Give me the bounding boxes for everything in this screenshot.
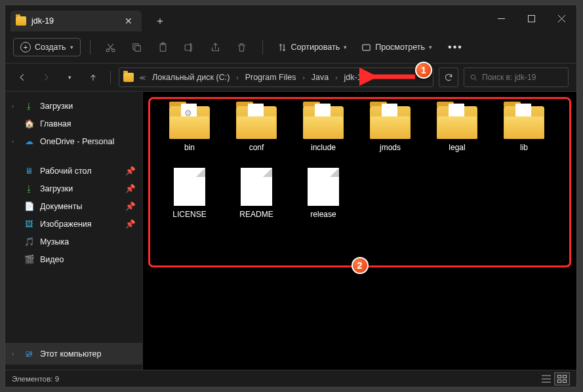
folder-item[interactable]: conf xyxy=(227,106,286,152)
copy-button[interactable] xyxy=(126,36,148,58)
sidebar-item-home[interactable]: 🏠Главная xyxy=(5,115,142,132)
chevron-right-icon: › xyxy=(12,103,14,109)
chevron-icon: ≪ xyxy=(136,74,148,81)
item-label: legal xyxy=(449,143,465,152)
chevron-down-icon: ▾ xyxy=(70,44,73,50)
sidebar-label: OneDrive - Personal xyxy=(40,137,114,146)
download-icon: ⭳ xyxy=(24,183,35,194)
folder-icon xyxy=(303,106,344,139)
status-count: 9 xyxy=(55,375,59,383)
file-item[interactable]: README xyxy=(227,168,286,219)
sidebar-item-downloads[interactable]: ›⭳Загрузки xyxy=(5,97,142,115)
sidebar-label: Видео xyxy=(40,255,64,264)
folder-item[interactable]: bin xyxy=(160,106,219,152)
items-grid: binconfincludejmodslegallibLICENSEREADME… xyxy=(151,100,569,225)
file-item[interactable]: LICENSE xyxy=(160,168,219,219)
chevron-right-icon: › xyxy=(12,138,14,145)
item-label: bin xyxy=(184,143,195,152)
sidebar-item-documents[interactable]: 📄Документы📌 xyxy=(5,197,142,215)
sort-button[interactable]: Сортировать ▾ xyxy=(272,39,353,56)
share-button[interactable] xyxy=(205,36,227,58)
svg-point-8 xyxy=(471,75,475,79)
up-button[interactable] xyxy=(84,68,102,87)
rename-button[interactable] xyxy=(178,36,201,58)
document-icon: 📄 xyxy=(24,201,35,212)
more-button[interactable]: ••• xyxy=(441,38,470,56)
refresh-button[interactable] xyxy=(439,68,458,87)
explorer-window: jdk-19 ✕ ＋ + Создать ▾ Сортировать ▾ Про xyxy=(5,5,577,387)
crumb-0[interactable]: Локальный диск (C:) xyxy=(150,71,232,83)
view-button[interactable]: Просмотреть ▾ xyxy=(356,39,437,56)
sidebar-label: Загрузки xyxy=(40,184,73,193)
folder-icon xyxy=(236,106,277,139)
recent-button[interactable]: ▾ xyxy=(60,68,79,87)
sidebar-item-music[interactable]: 🎵Музыка xyxy=(5,233,142,250)
sidebar-item-downloads2[interactable]: ⭳Загрузки📌 xyxy=(5,180,142,197)
file-icon xyxy=(308,168,339,206)
tab-title: jdk-19 xyxy=(31,16,117,26)
file-icon xyxy=(241,168,272,206)
file-icon xyxy=(174,168,205,206)
sidebar-label: Рабочий стол xyxy=(40,167,91,176)
item-label: LICENSE xyxy=(172,210,206,219)
sidebar-item-pictures[interactable]: 🖼Изображения📌 xyxy=(5,215,142,233)
crumb-3[interactable]: jdk-19 xyxy=(342,71,369,83)
forward-button[interactable] xyxy=(37,68,55,87)
tab-close-button[interactable]: ✕ xyxy=(122,16,135,26)
desktop-icon: 🖥 xyxy=(24,165,35,176)
chevron-right-icon: › xyxy=(233,74,241,81)
svg-rect-13 xyxy=(563,380,567,382)
svg-rect-10 xyxy=(558,375,561,378)
folder-icon xyxy=(504,106,544,139)
item-label: conf xyxy=(249,143,264,152)
details-view-button[interactable] xyxy=(538,372,554,385)
sort-label: Сортировать xyxy=(291,43,340,52)
chevron-right-icon: › xyxy=(300,74,307,81)
view-label: Просмотреть xyxy=(375,43,425,52)
sidebar-item-desktop[interactable]: 🖥Рабочий стол📌 xyxy=(5,162,142,180)
pin-icon: 📌 xyxy=(125,184,136,193)
close-button[interactable] xyxy=(546,5,576,31)
sidebar-label: Главная xyxy=(40,119,71,128)
folder-item[interactable]: jmods xyxy=(361,106,420,152)
sidebar-label: Документы xyxy=(40,202,82,211)
folder-item[interactable]: legal xyxy=(428,106,487,152)
cloud-icon: ☁ xyxy=(24,136,35,147)
folder-icon xyxy=(370,106,411,139)
icons-view-button[interactable] xyxy=(554,372,570,385)
sidebar-item-videos[interactable]: 🎬Видео xyxy=(5,250,142,268)
chevron-right-icon: › xyxy=(332,74,340,81)
folder-item[interactable]: lib xyxy=(494,106,553,152)
crumb-2[interactable]: Java xyxy=(309,71,331,83)
new-button[interactable]: + Создать ▾ xyxy=(13,38,81,56)
svg-rect-7 xyxy=(363,45,370,50)
crumb-1[interactable]: Program Files xyxy=(243,71,299,83)
delete-button[interactable] xyxy=(231,36,253,58)
tab-active[interactable]: jdk-19 ✕ xyxy=(10,10,142,31)
sidebar-item-onedrive[interactable]: ›☁OneDrive - Personal xyxy=(5,132,142,150)
sidebar-label: Загрузки xyxy=(40,102,73,111)
maximize-button[interactable] xyxy=(516,5,546,31)
new-button-label: Создать xyxy=(35,43,66,52)
search-icon xyxy=(470,73,478,82)
folder-icon xyxy=(169,106,210,139)
back-button[interactable] xyxy=(13,68,31,87)
toolbar: + Создать ▾ Сортировать ▾ Просмотреть ▾ … xyxy=(5,31,576,63)
folder-item[interactable]: include xyxy=(294,106,353,152)
svg-point-1 xyxy=(106,49,109,51)
new-tab-button[interactable]: ＋ xyxy=(150,12,171,31)
cut-button[interactable] xyxy=(100,36,122,58)
minimize-button[interactable] xyxy=(486,5,516,31)
video-icon: 🎬 xyxy=(24,254,35,265)
content-area[interactable]: binconfincludejmodslegallibLICENSEREADME… xyxy=(143,92,576,370)
item-label: release xyxy=(310,210,336,219)
image-icon: 🖼 xyxy=(24,218,35,229)
sidebar-item-thispc[interactable]: ›🖳Этот компьютер xyxy=(5,343,142,364)
file-item[interactable]: release xyxy=(294,168,353,219)
search-input[interactable]: Поиск в: jdk-19 xyxy=(464,68,569,87)
computer-icon: 🖳 xyxy=(24,348,35,359)
breadcrumb[interactable]: ≪ Локальный диск (C:) › Program Files › … xyxy=(119,68,433,87)
paste-button[interactable] xyxy=(152,36,174,58)
chevron-down-icon: ▾ xyxy=(344,44,347,50)
search-placeholder: Поиск в: jdk-19 xyxy=(482,73,536,82)
